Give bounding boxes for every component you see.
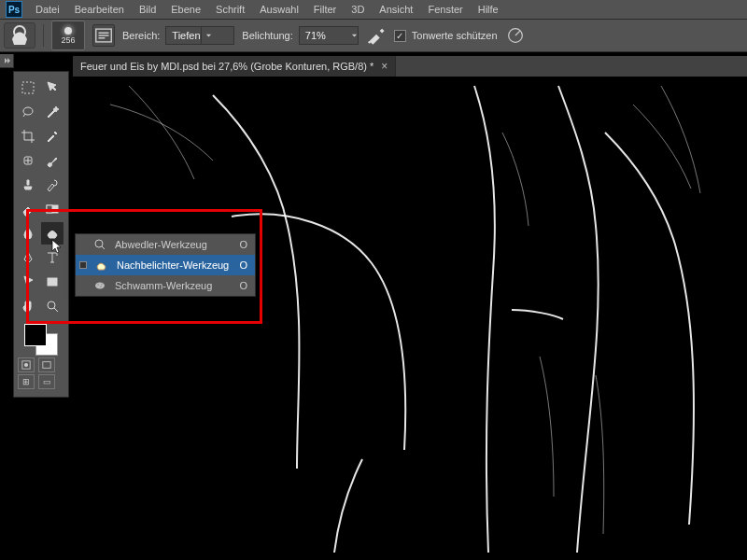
app-logo-text: Ps <box>6 1 22 18</box>
menu-schrift[interactable]: Schrift <box>208 1 252 18</box>
flyout-item-dodge[interactable]: Abwedler-Werkzeug O <box>76 234 255 255</box>
range-label: Bereich: <box>122 30 160 41</box>
menu-bild[interactable]: Bild <box>132 1 163 18</box>
canvas-artwork <box>73 77 747 560</box>
move-tool[interactable] <box>41 77 63 99</box>
selected-indicator <box>79 283 85 288</box>
svg-rect-14 <box>43 362 50 369</box>
color-swatches[interactable] <box>21 322 62 354</box>
blur-tool[interactable] <box>17 222 39 245</box>
svg-point-19 <box>101 284 102 285</box>
svg-point-13 <box>24 363 28 367</box>
gradient-tool[interactable] <box>41 198 63 220</box>
menu-datei[interactable]: Datei <box>28 1 67 18</box>
svg-point-9 <box>27 258 29 259</box>
menu-3d[interactable]: 3D <box>344 1 372 18</box>
current-tool-icon[interactable] <box>4 22 35 49</box>
marquee-tool[interactable] <box>17 77 39 99</box>
flyout-item-shortcut: O <box>239 239 247 250</box>
menu-auswahl[interactable]: Auswahl <box>252 1 306 18</box>
brush-preset-picker[interactable]: 256 <box>51 21 85 50</box>
range-select[interactable]: Tiefen <box>165 26 234 45</box>
screenmode-toggle[interactable] <box>38 357 55 372</box>
crop-tool[interactable] <box>17 125 39 147</box>
toolbox: ⊞ ▭ <box>13 71 69 398</box>
svg-point-5 <box>23 107 33 115</box>
extra-toggle-b[interactable]: ▭ <box>38 374 55 389</box>
app-logo: Ps <box>0 0 28 19</box>
menu-ebene[interactable]: Ebene <box>163 1 208 18</box>
document-tab-title: Feuer und Eis by MDI.psd bei 27,6% (Grob… <box>80 61 374 72</box>
options-bar: 256 Bereich: Tiefen Belichtung: 71% ✓ To… <box>0 20 747 52</box>
svg-point-2 <box>368 41 370 43</box>
lasso-tool[interactable] <box>17 101 39 123</box>
menu-ansicht[interactable]: Ansicht <box>372 1 420 18</box>
separator <box>43 24 44 47</box>
panel-collapse-toggle[interactable] <box>0 54 14 68</box>
menu-fenster[interactable]: Fenster <box>420 1 470 18</box>
svg-point-11 <box>48 301 55 309</box>
eraser-tool[interactable] <box>17 198 39 220</box>
pen-tool[interactable] <box>17 246 39 269</box>
close-icon[interactable]: × <box>381 60 388 73</box>
mouse-cursor-icon <box>50 239 65 254</box>
dodge-icon <box>92 237 107 252</box>
selected-indicator <box>79 261 87 269</box>
airbrush-icon[interactable] <box>366 25 387 46</box>
eyedropper-tool[interactable] <box>41 125 63 147</box>
svg-point-17 <box>97 284 99 286</box>
canvas[interactable] <box>73 77 747 560</box>
burn-icon <box>94 258 109 273</box>
flyout-item-burn[interactable]: Nachbelichter-Werkzeug O <box>76 255 255 275</box>
quickmask-toggle[interactable] <box>18 357 35 372</box>
flyout-item-shortcut: O <box>239 280 247 291</box>
exposure-input[interactable]: 71% <box>299 26 359 45</box>
svg-rect-10 <box>48 278 57 286</box>
flyout-item-label: Schwamm-Werkzeug <box>115 280 232 291</box>
pressure-icon[interactable] <box>505 25 526 46</box>
hand-tool[interactable] <box>17 295 39 317</box>
protect-tones-label: Tonwerte schützen <box>412 30 498 41</box>
flyout-item-shortcut: O <box>239 259 247 271</box>
brush-panel-toggle[interactable] <box>92 24 115 47</box>
flyout-item-sponge[interactable]: Schwamm-Werkzeug O <box>76 275 255 296</box>
document-tab-strip: Feuer und Eis by MDI.psd bei 27,6% (Grob… <box>73 56 747 77</box>
menu-bearbeiten[interactable]: Bearbeiten <box>67 1 132 18</box>
protect-tones-checkbox[interactable]: ✓ <box>394 30 406 42</box>
brush-size-value: 256 <box>61 35 75 45</box>
sponge-icon <box>92 278 107 293</box>
exposure-label: Belichtung: <box>242 30 292 41</box>
rectangle-tool[interactable] <box>41 271 63 293</box>
exposure-value: 71% <box>305 30 326 41</box>
magic-wand-tool[interactable] <box>41 101 63 123</box>
menu-bar: Ps Datei Bearbeiten Bild Ebene Schrift A… <box>0 0 747 20</box>
foreground-color-swatch[interactable] <box>24 324 47 346</box>
brush-tool[interactable] <box>41 149 63 172</box>
menu-filter[interactable]: Filter <box>306 1 344 18</box>
selected-indicator <box>79 242 85 247</box>
clone-stamp-tool[interactable] <box>17 174 39 196</box>
extra-toggle-a[interactable]: ⊞ <box>18 374 35 389</box>
flyout-item-label: Abwedler-Werkzeug <box>115 239 232 250</box>
chevron-down-icon <box>201 27 217 44</box>
tool-flyout-menu: Abwedler-Werkzeug O Nachbelichter-Werkze… <box>75 233 256 297</box>
svg-rect-4 <box>22 82 34 93</box>
svg-rect-8 <box>47 205 52 213</box>
flyout-item-label: Nachbelichter-Werkzeug <box>117 259 232 271</box>
svg-point-15 <box>95 240 103 247</box>
healing-brush-tool[interactable] <box>17 149 39 172</box>
history-brush-tool[interactable] <box>41 174 63 196</box>
svg-point-18 <box>100 286 102 287</box>
chevron-down-icon <box>351 30 358 41</box>
svg-point-16 <box>95 283 105 289</box>
menu-hilfe[interactable]: Hilfe <box>471 1 506 18</box>
zoom-tool[interactable] <box>41 295 63 317</box>
brush-tip-icon <box>64 27 72 35</box>
document-tab[interactable]: Feuer und Eis by MDI.psd bei 27,6% (Grob… <box>73 56 396 77</box>
range-value: Tiefen <box>172 30 200 41</box>
path-selection-tool[interactable] <box>17 271 39 293</box>
